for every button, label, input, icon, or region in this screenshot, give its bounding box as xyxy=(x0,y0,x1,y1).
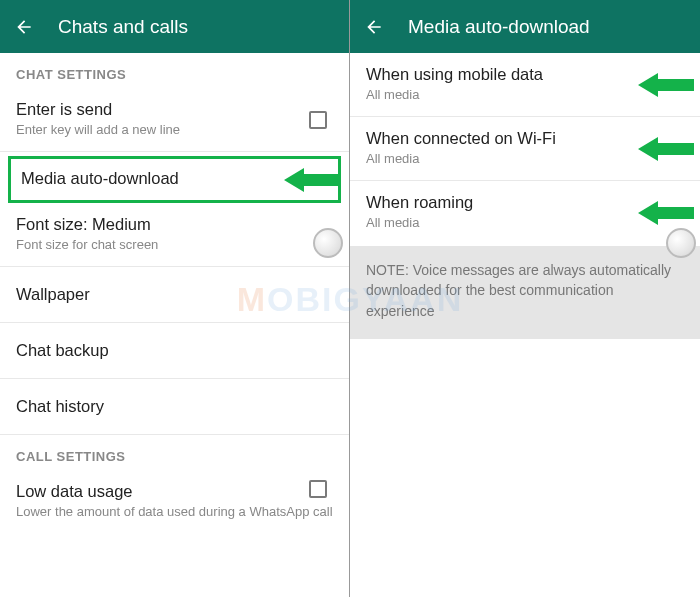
svg-marker-0 xyxy=(284,168,340,192)
note-text: NOTE: Voice messages are always automati… xyxy=(350,246,700,339)
setting-chat-history[interactable]: Chat history xyxy=(0,379,349,435)
chats-and-calls-screen: Chats and calls CHAT SETTINGS Enter is s… xyxy=(0,0,350,597)
appbar: Media auto-download xyxy=(350,0,700,53)
setting-roaming[interactable]: When roaming All media xyxy=(350,181,700,244)
assistive-touch-icon[interactable] xyxy=(313,228,343,258)
assistive-touch-icon[interactable] xyxy=(666,228,696,258)
item-title: When using mobile data xyxy=(366,65,684,84)
annotation-arrow-icon xyxy=(638,199,694,227)
item-subtitle: All media xyxy=(366,87,684,102)
checkbox-icon[interactable] xyxy=(309,480,327,498)
setting-wifi[interactable]: When connected on Wi-Fi All media xyxy=(350,117,700,181)
item-subtitle: Font size for chat screen xyxy=(16,237,333,252)
item-title: Chat backup xyxy=(16,341,333,360)
item-title: Enter is send xyxy=(16,100,333,119)
item-title: Low data usage xyxy=(16,482,333,501)
setting-font-size[interactable]: Font size: Medium Font size for chat scr… xyxy=(0,203,349,267)
item-subtitle: Enter key will add a new line xyxy=(16,122,333,137)
item-subtitle: Lower the amount of data used during a W… xyxy=(16,504,333,519)
item-title: Font size: Medium xyxy=(16,215,333,234)
appbar: Chats and calls xyxy=(0,0,349,53)
annotation-arrow-icon xyxy=(638,71,694,99)
item-subtitle: All media xyxy=(366,215,684,230)
setting-low-data-usage[interactable]: Low data usage Lower the amount of data … xyxy=(0,470,349,533)
checkbox-icon[interactable] xyxy=(309,111,327,129)
item-title: When roaming xyxy=(366,193,684,212)
item-title: Media auto-download xyxy=(21,169,328,188)
svg-marker-1 xyxy=(638,73,694,97)
item-subtitle: All media xyxy=(366,151,684,166)
item-title: Chat history xyxy=(16,397,333,416)
section-header-chat: CHAT SETTINGS xyxy=(0,53,349,88)
back-arrow-icon[interactable] xyxy=(364,17,384,37)
setting-media-auto-download[interactable]: Media auto-download xyxy=(8,156,341,203)
setting-wallpaper[interactable]: Wallpaper xyxy=(0,267,349,323)
annotation-arrow-icon xyxy=(638,135,694,163)
setting-mobile-data[interactable]: When using mobile data All media xyxy=(350,53,700,117)
setting-chat-backup[interactable]: Chat backup xyxy=(0,323,349,379)
svg-marker-2 xyxy=(638,137,694,161)
item-title: Wallpaper xyxy=(16,285,333,304)
section-header-call: CALL SETTINGS xyxy=(0,435,349,470)
back-arrow-icon[interactable] xyxy=(14,17,34,37)
appbar-title: Chats and calls xyxy=(58,16,188,38)
setting-enter-is-send[interactable]: Enter is send Enter key will add a new l… xyxy=(0,88,349,152)
appbar-title: Media auto-download xyxy=(408,16,590,38)
media-auto-download-screen: Media auto-download When using mobile da… xyxy=(350,0,700,597)
svg-marker-3 xyxy=(638,201,694,225)
item-title: When connected on Wi-Fi xyxy=(366,129,684,148)
annotation-arrow-icon xyxy=(284,166,340,194)
